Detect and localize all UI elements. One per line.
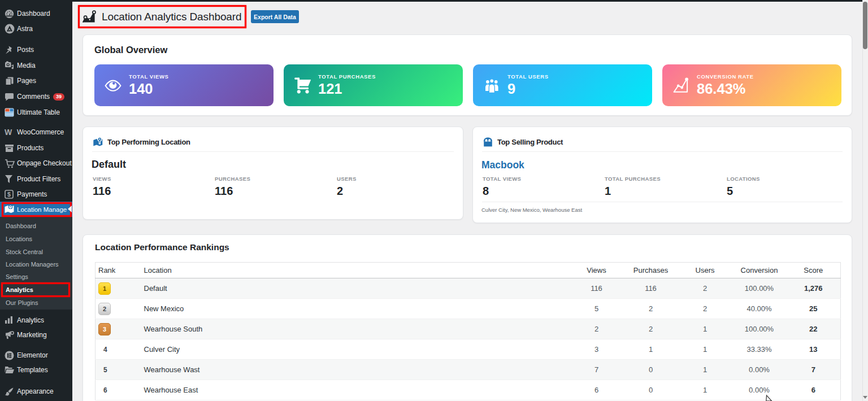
svg-text:$: $	[7, 191, 11, 198]
